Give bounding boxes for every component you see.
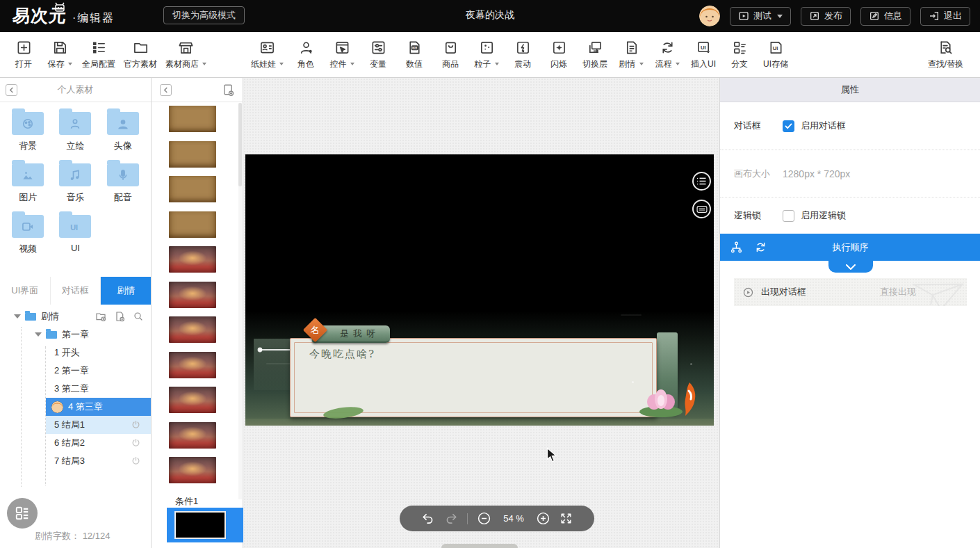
scene-thumbnail-palace[interactable] xyxy=(169,352,216,378)
folder-avatar[interactable]: 头像 xyxy=(99,112,147,152)
scene-thumbnail-hall[interactable] xyxy=(169,211,216,238)
folder-image[interactable]: 图片 xyxy=(4,163,51,204)
switch-layer-button[interactable]: 切换层 xyxy=(577,35,613,74)
collapse-panel-button[interactable] xyxy=(6,84,17,96)
zoom-out-button[interactable] xyxy=(477,511,491,526)
asset-store-button[interactable]: 素材商店 xyxy=(161,35,211,74)
loop-icon[interactable] xyxy=(754,241,767,254)
tab-ui[interactable]: UI界面 xyxy=(0,277,51,305)
exit-button[interactable]: 退出 xyxy=(920,7,970,26)
info-button[interactable]: 信息 xyxy=(860,7,910,26)
ui-storage-button[interactable]: UI UI存储 xyxy=(758,35,794,74)
selected-black-thumbnail[interactable] xyxy=(174,511,226,539)
thumbnail-scrollbar[interactable] xyxy=(238,103,242,499)
variable-button[interactable]: 变量 xyxy=(360,35,396,74)
list-config-icon xyxy=(91,40,107,56)
numeric-button[interactable]: 163 数值 xyxy=(396,35,432,74)
fit-screen-button[interactable] xyxy=(560,512,573,525)
open-button[interactable]: 打开 xyxy=(6,35,42,74)
tab-story[interactable]: 剧情 xyxy=(101,277,151,305)
official-assets-button[interactable]: 官方素材 xyxy=(120,35,161,74)
zoom-in-button[interactable] xyxy=(536,511,550,526)
folder-background[interactable]: 背景 xyxy=(4,112,51,152)
undo-button[interactable] xyxy=(421,512,435,526)
add-file-icon[interactable] xyxy=(114,311,125,322)
goods-button[interactable]: 商品 xyxy=(432,35,468,74)
power-icon[interactable] xyxy=(131,456,141,466)
tree-episode-7[interactable]: 7 结局3 xyxy=(46,452,151,470)
tree-episode-5[interactable]: 5 结局1 xyxy=(46,416,151,434)
logic-lock-label: 逻辑锁 xyxy=(734,209,761,222)
scene-thumbnail-palace[interactable] xyxy=(169,246,216,273)
switch-advanced-mode-button[interactable]: 切换为高级模式 xyxy=(163,6,245,24)
scene-canvas[interactable]: 是我呀 名 今晚吃点啥? xyxy=(245,154,714,426)
folder-icon xyxy=(12,112,44,135)
enable-logic-lock-checkbox[interactable] xyxy=(783,210,794,222)
story-tree: 剧情 第一章 1 开头 2 第一章 3 第二章 4 第三章 5 结局1 6 结局… xyxy=(0,307,151,470)
tree-chapter-1[interactable]: 第一章 xyxy=(0,325,151,344)
tree-episode-1[interactable]: 1 开头 xyxy=(0,344,151,362)
story-button[interactable]: 剧情 xyxy=(613,35,649,74)
tree-episode-4[interactable]: 4 第三章 xyxy=(46,398,151,416)
flow-button[interactable]: 流程 xyxy=(649,35,685,74)
tree-episode-6[interactable]: 6 结局2 xyxy=(46,434,151,452)
scene-thumbnail-hall[interactable] xyxy=(169,141,216,168)
tree-root-story[interactable]: 剧情 xyxy=(0,307,151,325)
tree-episode-2[interactable]: 2 第一章 xyxy=(0,362,151,380)
branch-button[interactable]: 分支 xyxy=(721,35,758,74)
user-avatar[interactable] xyxy=(699,6,720,26)
execution-collapse-tab[interactable] xyxy=(828,261,873,273)
chevron-down-icon xyxy=(202,63,206,65)
expand-icon[interactable] xyxy=(14,314,21,319)
flash-button[interactable]: 闪烁 xyxy=(541,35,577,74)
canvas-history-button[interactable] xyxy=(692,200,711,218)
scene-thumbnail-palace[interactable] xyxy=(169,387,216,413)
selected-thumbnail-row[interactable] xyxy=(167,508,243,542)
shake-icon xyxy=(515,40,531,56)
widget-button[interactable]: 控件 xyxy=(324,35,360,74)
condition-label: 条件1 xyxy=(175,495,198,508)
test-button[interactable]: 测试 xyxy=(730,7,791,26)
shake-button[interactable]: 震动 xyxy=(505,35,541,74)
find-replace-button[interactable]: 查找/替换 xyxy=(924,35,967,74)
hierarchy-icon[interactable] xyxy=(730,241,743,254)
redo-button[interactable] xyxy=(444,512,458,526)
bottom-panel-handle[interactable] xyxy=(441,544,518,548)
publish-icon xyxy=(809,10,820,22)
scene-thumbnail-hall[interactable] xyxy=(169,106,216,132)
particle-button[interactable]: 粒子 xyxy=(468,35,505,74)
expand-icon[interactable] xyxy=(35,332,42,337)
sparkle-icon xyxy=(551,40,567,56)
character-button[interactable]: 角色 xyxy=(288,35,324,74)
scene-thumbnail-palace[interactable] xyxy=(169,422,216,449)
add-folder-icon[interactable] xyxy=(95,311,106,322)
scene-thumbnail-hall[interactable] xyxy=(169,176,216,202)
paper-doll-button[interactable]: 纸娃娃 xyxy=(247,35,288,74)
tab-dialog[interactable]: 对话框 xyxy=(51,277,101,305)
folder-voice[interactable]: 配音 xyxy=(99,163,147,204)
execution-step-row[interactable]: 出现对话框 直接出现 xyxy=(734,278,967,306)
episode-avatar xyxy=(51,401,63,413)
scene-thumbnail-palace[interactable] xyxy=(169,457,216,483)
scene-thumbnail-palace[interactable] xyxy=(169,316,216,343)
search-icon[interactable] xyxy=(133,311,144,322)
edit-icon xyxy=(869,10,880,22)
add-scene-icon[interactable] xyxy=(222,83,234,96)
insert-ui-button[interactable]: UI 插入UI xyxy=(685,35,721,74)
folder-music[interactable]: 音乐 xyxy=(51,163,99,204)
power-icon[interactable] xyxy=(131,419,141,430)
enable-dialog-checkbox[interactable] xyxy=(783,120,794,132)
folder-portrait[interactable]: 立绘 xyxy=(51,112,99,152)
scene-thumbnail-palace[interactable] xyxy=(169,282,216,308)
folder-ui[interactable]: UI UI xyxy=(51,215,99,255)
folder-video[interactable]: 视频 xyxy=(4,215,51,255)
publish-button[interactable]: 发布 xyxy=(801,7,851,26)
global-config-button[interactable]: 全局配置 xyxy=(78,35,120,74)
save-button[interactable]: 保存 xyxy=(42,35,78,74)
qr-code-button[interactable] xyxy=(7,498,38,529)
tree-episode-3[interactable]: 3 第二章 xyxy=(0,380,151,398)
person-icon xyxy=(298,40,314,56)
canvas-menu-button[interactable] xyxy=(692,172,711,191)
power-icon[interactable] xyxy=(131,437,141,448)
collapse-thumbs-button[interactable] xyxy=(160,84,172,96)
